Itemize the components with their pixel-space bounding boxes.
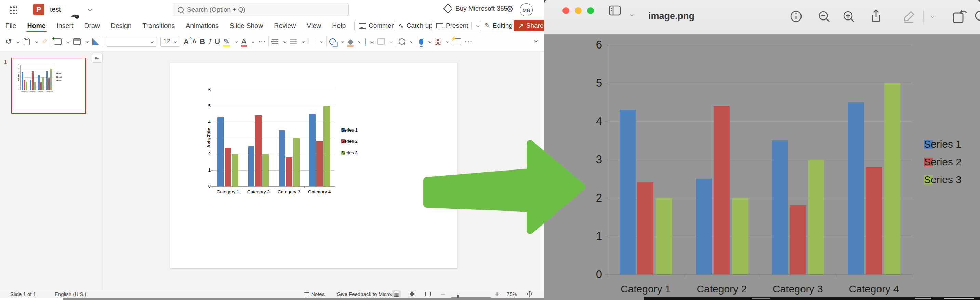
search-icon[interactable]	[975, 10, 980, 22]
minimize-traffic-light[interactable]	[575, 7, 582, 14]
save-status-chevron-icon[interactable]	[88, 8, 92, 11]
menu-transitions[interactable]: Transitions	[142, 20, 176, 32]
zoom-traffic-light[interactable]	[587, 7, 594, 14]
shape-outline-chevron-icon[interactable]	[371, 40, 374, 43]
zoom-in-icon[interactable]	[843, 10, 856, 23]
zoom-level[interactable]: 75%	[507, 291, 517, 297]
collapse-ribbon-chevron-icon[interactable]	[534, 39, 538, 43]
language-indicator[interactable]: English (U.S.)	[55, 291, 86, 297]
layout-chevron-icon[interactable]	[86, 40, 89, 43]
menu-slide-show[interactable]: Slide Show	[229, 20, 264, 32]
slide-sorter-view-button[interactable]	[407, 290, 417, 297]
new-slide-icon[interactable]	[54, 38, 62, 45]
sidebar-chevron-icon[interactable]	[630, 13, 634, 17]
dictate-microphone-icon[interactable]	[419, 39, 423, 45]
menu-design[interactable]: Design	[110, 20, 132, 32]
shapes-chevron-icon[interactable]	[341, 40, 344, 43]
catch-up-button[interactable]: ∿ Catch up	[394, 20, 437, 32]
bar	[232, 154, 238, 186]
close-traffic-light[interactable]	[563, 7, 570, 14]
highlight-chevron-icon[interactable]	[235, 40, 238, 43]
find-chevron-icon[interactable]	[410, 40, 413, 43]
menu-file[interactable]: File	[5, 20, 17, 32]
menu-help[interactable]: Help	[331, 20, 346, 32]
feedback-link[interactable]: Give Feedback to Microsoft	[337, 291, 399, 297]
line-spacing-icon[interactable]	[309, 39, 315, 45]
sidebar-toggle-icon[interactable]	[609, 5, 621, 16]
bar	[293, 138, 299, 186]
settings-gear-icon[interactable]: ⚙	[506, 4, 514, 14]
account-avatar[interactable]: MB	[520, 3, 533, 16]
shape-fill-icon[interactable]: ◆	[348, 38, 353, 46]
paste-clipboard-icon[interactable]	[23, 38, 30, 46]
text-highlight-icon[interactable]: ✎	[223, 38, 229, 46]
design-ideas-chevron-icon[interactable]	[446, 40, 449, 43]
shapes-icon[interactable]	[329, 38, 336, 45]
undo-chevron-icon[interactable]	[17, 40, 19, 43]
design-ideas-icon[interactable]	[435, 39, 441, 45]
font-size-combobox[interactable]: 12	[161, 37, 180, 47]
line-spacing-chevron-icon[interactable]	[320, 40, 323, 43]
font-name-combobox[interactable]	[106, 37, 157, 47]
powerpoint-app-icon[interactable]: P	[33, 4, 45, 15]
info-icon[interactable]	[790, 10, 802, 22]
zoom-out-button[interactable]: −	[441, 290, 445, 298]
preview-image-content[interactable]: 0123456Category 1Category 2Category 3Cat…	[544, 34, 980, 300]
menu-view[interactable]: View	[306, 20, 322, 32]
more-font-options-icon[interactable]: ⋯	[258, 38, 266, 46]
numbering-icon[interactable]	[290, 39, 297, 44]
normal-view-button[interactable]	[392, 290, 401, 297]
gridline	[213, 122, 335, 122]
search-input[interactable]: Search (Option + Q)	[173, 3, 349, 16]
font-color-chevron-icon[interactable]	[251, 40, 254, 43]
font-color-icon[interactable]: A	[242, 38, 247, 46]
rotate-left-icon[interactable]	[952, 9, 968, 24]
bold-icon[interactable]: B	[200, 38, 205, 46]
menu-home[interactable]: Home	[26, 20, 46, 32]
menu-animations[interactable]: Animations	[185, 20, 219, 32]
slideshow-view-button[interactable]	[423, 290, 432, 297]
zoom-out-icon[interactable]	[818, 10, 831, 23]
bullets-chevron-icon[interactable]	[283, 40, 286, 43]
menu-insert[interactable]: Insert	[56, 20, 74, 32]
menu-draw[interactable]: Draw	[83, 20, 100, 32]
shape-fill-chevron-icon[interactable]	[358, 40, 361, 43]
slide-chart[interactable]: 0123456Category 1Category 2Category 3Cat…	[170, 63, 457, 268]
notes-toggle[interactable]: Notes	[304, 290, 325, 298]
paste-chevron-icon[interactable]	[35, 40, 38, 43]
dictate-chevron-icon[interactable]	[428, 40, 431, 43]
new-slide-chevron-icon[interactable]	[67, 40, 69, 43]
grow-font-icon[interactable]: A^	[184, 38, 189, 45]
buy-microsoft-365-button[interactable]: Buy Microsoft 365	[444, 5, 508, 12]
italic-icon[interactable]: I	[208, 38, 211, 46]
undo-icon[interactable]: ↺	[5, 38, 12, 46]
app-launcher-waffle-icon[interactable]	[9, 5, 17, 14]
bar	[34, 82, 35, 90]
x-tick-mark	[760, 275, 760, 277]
fit-to-window-icon[interactable]	[527, 290, 533, 298]
find-icon[interactable]	[399, 38, 405, 45]
zoom-in-button[interactable]: +	[495, 290, 499, 298]
slide-canvas[interactable]: 0123456Category 1Category 2Category 3Cat…	[170, 62, 457, 268]
slide-thumbnail[interactable]: 0123456Category 1Category 2Category 3Cat…	[11, 58, 86, 114]
bullets-icon[interactable]	[272, 39, 278, 44]
slide-layout-icon[interactable]	[73, 38, 81, 45]
bar	[696, 179, 712, 275]
bar	[262, 154, 269, 186]
save-status-cloud-icon[interactable]: ☁✓	[70, 11, 77, 18]
menu-review[interactable]: Review	[273, 20, 296, 32]
present-chevron-icon[interactable]	[476, 24, 480, 28]
present-button[interactable]: Present	[431, 20, 484, 32]
ribbon-more-icon[interactable]: ⋯	[465, 38, 472, 46]
vertical-scrollbar[interactable]	[539, 52, 544, 290]
numbering-chevron-icon[interactable]	[302, 40, 304, 43]
document-title[interactable]: test	[50, 5, 61, 13]
auto-design-icon[interactable]	[453, 38, 461, 45]
shape-outline-icon[interactable]	[365, 39, 366, 44]
designer-theme-icon[interactable]	[92, 38, 100, 46]
shrink-font-icon[interactable]: Aˇ	[192, 39, 196, 44]
underline-icon[interactable]: U	[215, 38, 220, 46]
share-icon[interactable]	[870, 9, 882, 23]
collapse-thumbnail-panel-button[interactable]: ⇤	[92, 54, 103, 62]
background-window-mark	[915, 298, 931, 299]
